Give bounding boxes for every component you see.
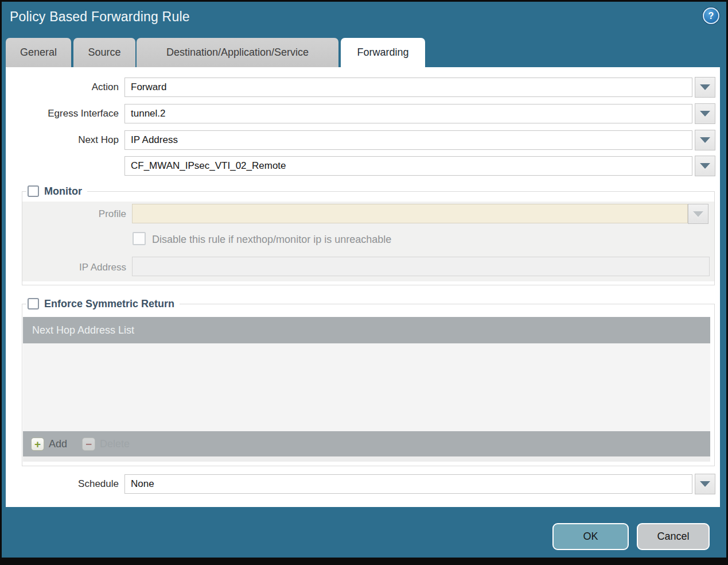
policy-based-forwarding-dialog: Policy Based Forwarding Rule ? General S…	[0, 0, 728, 565]
enforce-symmetric-return-checkbox[interactable]	[28, 298, 39, 309]
add-icon: +	[31, 438, 44, 451]
egress-interface-label: Egress Interface	[6, 107, 119, 120]
dialog-title: Policy Based Forwarding Rule	[10, 9, 190, 25]
monitor-profile-label: Profile	[6, 208, 126, 220]
help-icon[interactable]: ?	[703, 7, 719, 24]
enforce-symmetric-return-legend: Enforce Symmetric Return	[26, 296, 180, 311]
tab-forwarding[interactable]: Forwarding	[341, 38, 425, 68]
add-button[interactable]: + Add	[31, 438, 67, 451]
chevron-down-icon	[700, 111, 710, 117]
disable-rule-checkbox	[133, 232, 146, 245]
next-hop-label: Next Hop	[6, 134, 119, 146]
ok-button[interactable]: OK	[552, 523, 629, 550]
delete-button[interactable]: − Delete	[82, 438, 130, 451]
table-scroll-strip	[23, 456, 710, 462]
monitor-profile-input	[132, 204, 688, 223]
forwarding-tab-panel: Action Egress Interface Next Hop Monitor…	[6, 67, 720, 507]
egress-interface-input[interactable]	[124, 104, 692, 123]
chevron-down-icon	[700, 163, 710, 169]
next-hop-address-list-footer: + Add − Delete	[23, 431, 710, 456]
schedule-dropdown-button[interactable]	[695, 474, 715, 494]
monitor-section-title: Monitor	[44, 185, 82, 198]
monitor-checkbox[interactable]	[28, 185, 39, 197]
tab-destination-application-service[interactable]: Destination/Application/Service	[137, 38, 338, 67]
add-button-label: Add	[49, 438, 67, 450]
schedule-label: Schedule	[6, 478, 119, 490]
disable-rule-label: Disable this rule if nexthop/monitor ip …	[152, 234, 391, 246]
next-hop-address-dropdown-button[interactable]	[695, 156, 715, 176]
cancel-button[interactable]: Cancel	[637, 523, 710, 550]
next-hop-address-list-header: Next Hop Address List	[23, 317, 710, 343]
delete-button-label: Delete	[100, 438, 130, 450]
chevron-down-icon	[693, 211, 703, 217]
chevron-down-icon	[700, 84, 710, 90]
monitor-ip-address-label: IP Address	[6, 261, 126, 274]
next-hop-type-dropdown-button[interactable]	[695, 130, 715, 150]
window-bottom-edge	[0, 558, 728, 565]
action-label: Action	[6, 81, 119, 94]
next-hop-address-input[interactable]	[124, 156, 692, 176]
delete-icon: −	[82, 438, 95, 451]
monitor-profile-dropdown-button	[688, 204, 708, 224]
enforce-symmetric-return-title: Enforce Symmetric Return	[44, 298, 174, 310]
tab-source[interactable]: Source	[73, 38, 135, 67]
monitor-legend: Monitor	[26, 184, 87, 199]
chevron-down-icon	[700, 137, 710, 143]
action-input[interactable]	[124, 78, 692, 97]
egress-interface-dropdown-button[interactable]	[695, 103, 715, 124]
chevron-down-icon	[700, 481, 710, 487]
next-hop-type-input[interactable]	[124, 130, 692, 150]
tab-general[interactable]: General	[6, 38, 71, 67]
next-hop-address-list-body[interactable]	[23, 343, 710, 431]
schedule-input[interactable]	[124, 474, 692, 494]
monitor-ip-address-input	[132, 257, 710, 276]
action-dropdown-button[interactable]	[695, 77, 715, 98]
